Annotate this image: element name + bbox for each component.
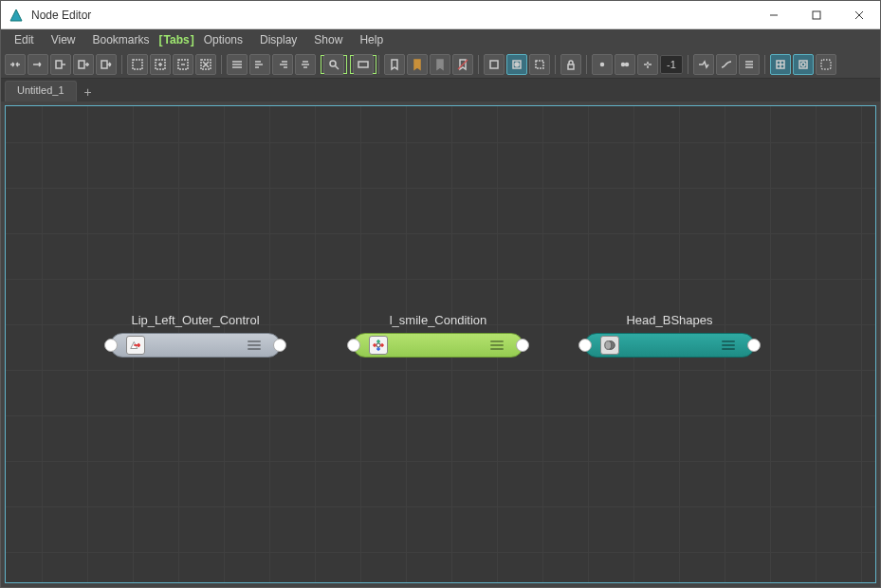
tab-bar: Untitled_1 +: [1, 79, 880, 101]
menu-tabs[interactable]: Tabs: [164, 33, 190, 46]
search-icon[interactable]: [323, 54, 344, 75]
node-body[interactable]: [353, 333, 523, 358]
titlebar: Node Editor: [1, 1, 880, 29]
sync-selection-icon[interactable]: [529, 54, 550, 75]
depth-default-icon[interactable]: [615, 54, 635, 75]
node-menu-icon: [722, 340, 735, 350]
lock-icon[interactable]: [560, 54, 581, 75]
toolbar-separator: [688, 55, 688, 74]
menu-bookmarks[interactable]: Bookmarks: [84, 31, 156, 48]
svg-rect-4: [56, 61, 62, 68]
node-label: l_smile_Condition: [390, 313, 487, 327]
menu-edit[interactable]: Edit: [7, 31, 42, 48]
blendshape-icon: [600, 336, 619, 355]
bookmark-3-icon[interactable]: [430, 54, 450, 75]
grid-display-icon[interactable]: [793, 54, 814, 75]
app-window: Node Editor Edit View Bookmarks [Tabs] O…: [0, 0, 881, 588]
svg-point-23: [330, 61, 336, 66]
connection-style-1-icon[interactable]: [693, 54, 714, 75]
svg-point-35: [801, 63, 805, 66]
toolbar: -1: [1, 50, 880, 79]
node-menu-icon: [248, 340, 261, 350]
svg-rect-5: [79, 61, 84, 68]
svg-rect-1: [813, 11, 820, 19]
depth-value-field[interactable]: -1: [660, 55, 683, 74]
condition-icon: [369, 336, 388, 355]
svg-rect-7: [133, 60, 142, 69]
toolbar-separator: [478, 55, 479, 74]
input-connections-icon[interactable]: [28, 54, 48, 75]
sync-off-icon[interactable]: [484, 54, 505, 75]
node-output-port[interactable]: [273, 339, 286, 352]
toolbar-separator: [555, 55, 556, 74]
node-head-bshapes[interactable]: Head_BShapes: [584, 313, 755, 358]
tab-add-button[interactable]: +: [79, 83, 98, 101]
output-connections-icon[interactable]: [50, 54, 71, 75]
svg-rect-36: [821, 60, 831, 69]
svg-rect-6: [101, 61, 107, 68]
svg-rect-41: [376, 343, 380, 347]
toolbar-separator: [764, 55, 765, 74]
svg-point-43: [605, 341, 612, 350]
transform-icon: [126, 336, 145, 355]
expand-node-icon[interactable]: [195, 54, 216, 75]
toolbar-separator: [586, 55, 587, 74]
canvas-wrap: Lip_Left_Outer_Control l_smile_Condition: [1, 101, 880, 587]
sync-on-icon[interactable]: [506, 54, 527, 75]
svg-point-34: [626, 63, 629, 65]
node-label: Lip_Left_Outer_Control: [131, 313, 259, 327]
menu-help[interactable]: Help: [352, 31, 391, 48]
bookmark-2-icon[interactable]: [407, 54, 428, 75]
svg-rect-27: [490, 61, 498, 68]
remove-node-icon[interactable]: [173, 54, 193, 75]
node-l-smile-condition[interactable]: l_smile_Condition: [353, 313, 523, 358]
window-title: Node Editor: [31, 9, 752, 22]
add-to-graph-icon[interactable]: [73, 54, 94, 75]
node-input-port[interactable]: [104, 339, 118, 352]
menu-display[interactable]: Display: [252, 31, 304, 48]
connection-style-2-icon[interactable]: [716, 54, 737, 75]
svg-point-33: [622, 63, 625, 65]
layout-horizontal-icon[interactable]: [227, 54, 248, 75]
node-output-port[interactable]: [747, 339, 761, 352]
node-input-port[interactable]: [347, 339, 360, 352]
grid-snap-icon[interactable]: [770, 54, 791, 75]
node-canvas[interactable]: Lip_Left_Outer_Control l_smile_Condition: [5, 105, 876, 583]
filter-icon[interactable]: [353, 54, 374, 75]
menu-view[interactable]: View: [44, 31, 83, 48]
svg-point-32: [601, 63, 604, 65]
input-output-connections-icon[interactable]: [5, 54, 26, 75]
svg-line-24: [336, 65, 340, 69]
menu-show[interactable]: Show: [306, 31, 350, 48]
node-input-port[interactable]: [578, 339, 592, 352]
connection-style-3-icon[interactable]: [739, 54, 760, 75]
menubar: Edit View Bookmarks [Tabs] Options Displ…: [1, 29, 880, 50]
toolbar-separator: [378, 55, 379, 74]
node-body[interactable]: [110, 333, 281, 358]
depth-plus-icon[interactable]: [637, 54, 658, 75]
restore-layout-icon[interactable]: [816, 54, 836, 75]
bookmark-1-icon[interactable]: [384, 54, 405, 75]
bookmark-4-icon[interactable]: [452, 54, 473, 75]
app-icon: [7, 6, 26, 25]
tab-untitled-1[interactable]: Untitled_1: [5, 81, 77, 101]
clear-graph-icon[interactable]: [127, 54, 148, 75]
menu-tabs-bracket: [Tabs]: [159, 33, 194, 46]
toolbar-separator: [221, 55, 222, 74]
layout-right-icon[interactable]: [272, 54, 293, 75]
window-maximize-button[interactable]: [795, 1, 837, 29]
svg-rect-30: [536, 61, 543, 68]
add-node-icon[interactable]: [150, 54, 171, 75]
node-output-port[interactable]: [516, 339, 529, 352]
svg-rect-31: [568, 64, 574, 69]
node-menu-icon: [490, 340, 504, 350]
menu-options[interactable]: Options: [196, 31, 250, 48]
depth-minus-icon[interactable]: [592, 54, 613, 75]
window-minimize-button[interactable]: [752, 1, 795, 29]
window-close-button[interactable]: [837, 1, 880, 29]
node-lip-left-outer-control[interactable]: Lip_Left_Outer_Control: [110, 313, 281, 358]
remove-from-graph-icon[interactable]: [96, 54, 117, 75]
node-body[interactable]: [584, 333, 755, 358]
layout-center-icon[interactable]: [295, 54, 316, 75]
layout-left-icon[interactable]: [249, 54, 270, 75]
